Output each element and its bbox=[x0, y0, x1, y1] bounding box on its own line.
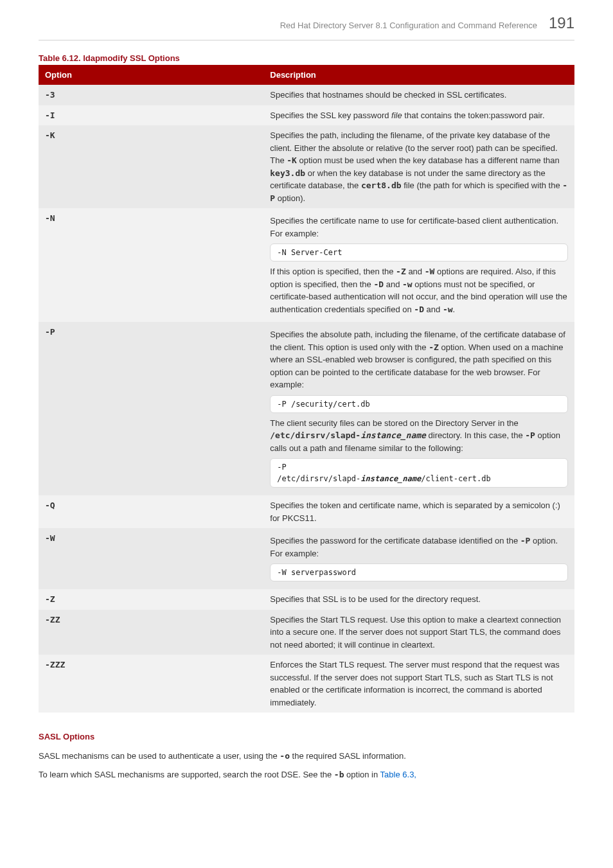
inline-code-italic: instance_name bbox=[360, 430, 426, 440]
table-6-3-link[interactable]: Table 6.3, bbox=[380, 770, 416, 779]
code-text: /client-cert.db bbox=[421, 474, 490, 483]
inline-code: -w bbox=[443, 305, 453, 314]
sasl-heading: SASL Options bbox=[39, 731, 574, 743]
option-cell: -I bbox=[39, 105, 263, 126]
option-cell: -N bbox=[39, 208, 263, 322]
description-cell: Specifies the Start TLS request. Use thi… bbox=[263, 610, 574, 655]
option-cell: -K bbox=[39, 125, 263, 208]
col-description: Description bbox=[263, 65, 574, 85]
desc-text: Specifies the certificate name to use fo… bbox=[270, 215, 568, 240]
inline-code: -P bbox=[525, 430, 535, 440]
desc-text: and bbox=[424, 305, 443, 314]
code-example: -P /etc/dirsrv/slapd-instance_name/clien… bbox=[270, 458, 568, 488]
description-cell: Specifies the certificate name to use fo… bbox=[263, 208, 574, 322]
page-number: 191 bbox=[549, 12, 574, 35]
header-title: Red Hat Directory Server 8.1 Configurati… bbox=[280, 19, 537, 32]
description-cell: Specifies the token and certificate name… bbox=[263, 495, 574, 528]
desc-para: If this option is specified, then the -Z… bbox=[270, 265, 568, 315]
table-row: -P Specifies the absolute path, includin… bbox=[39, 322, 574, 495]
inline-code-text: /etc/dirsrv/slapd- bbox=[270, 430, 360, 440]
table-row: -Q Specifies the token and certificate n… bbox=[39, 495, 574, 528]
desc-text: Specifies the SSL key password bbox=[270, 111, 391, 120]
option-cell: -3 bbox=[39, 85, 263, 105]
body-text: the required SASL information. bbox=[290, 751, 406, 761]
table-row: -3 Specifies that hostnames should be ch… bbox=[39, 85, 574, 105]
inline-code: -o bbox=[280, 751, 290, 761]
inline-code: -D bbox=[373, 279, 384, 289]
inline-code: -w bbox=[402, 279, 413, 289]
inline-code: -Z bbox=[429, 342, 439, 352]
table-row: -W Specifies the password for the certif… bbox=[39, 528, 574, 589]
table-caption: Table 6.12. ldapmodify SSL Options bbox=[39, 52, 574, 65]
body-text: option in bbox=[344, 770, 380, 779]
table-row: -K Specifies the path, including the fil… bbox=[39, 125, 574, 208]
desc-text: The client security files can be stored … bbox=[270, 418, 519, 428]
table-row: -Z Specifies that SSL is to be used for … bbox=[39, 589, 574, 610]
description-cell: Enforces the Start TLS request. The serv… bbox=[263, 655, 574, 713]
inline-code: -K bbox=[287, 155, 297, 165]
desc-text: If this option is specified, then the bbox=[270, 267, 396, 276]
inline-code: -W bbox=[425, 267, 435, 276]
description-cell: Specifies the path, including the filena… bbox=[263, 125, 574, 208]
desc-text: Specifies the password for the certifica… bbox=[270, 536, 520, 545]
sasl-paragraph-2: To learn which SASL mechanisms are suppo… bbox=[39, 768, 574, 781]
description-cell: Specifies that hostnames should be check… bbox=[263, 85, 574, 105]
description-cell: Specifies the SSL key password file that… bbox=[263, 105, 574, 126]
code-example: -N Server-Cert bbox=[270, 244, 568, 261]
inline-code: -P bbox=[520, 536, 531, 545]
body-text: To learn which SASL mechanisms are suppo… bbox=[39, 770, 334, 779]
code-example: -W serverpassword bbox=[270, 563, 568, 581]
desc-text: option). bbox=[275, 193, 305, 203]
desc-text: and bbox=[406, 267, 425, 276]
desc-para: The client security files can be stored … bbox=[270, 417, 568, 455]
option-cell: -W bbox=[39, 528, 263, 589]
code-italic: instance_name bbox=[360, 474, 421, 483]
desc-text: and bbox=[384, 279, 402, 289]
code-example: -P /security/cert.db bbox=[270, 395, 568, 413]
inline-code: key3.db bbox=[270, 168, 305, 178]
inline-code: -b bbox=[334, 770, 344, 779]
desc-italic: file bbox=[391, 111, 402, 120]
inline-code: -Z bbox=[396, 267, 406, 276]
desc-text: . bbox=[453, 305, 456, 314]
option-cell: -P bbox=[39, 322, 263, 495]
code-text: -P /etc/dirsrv/slapd- bbox=[277, 463, 360, 483]
inline-code: /etc/dirsrv/slapd-instance_name bbox=[270, 430, 426, 440]
table-row: -ZZZ Enforces the Start TLS request. The… bbox=[39, 655, 574, 713]
desc-para: Specifies the absolute path, including t… bbox=[270, 328, 568, 391]
ssl-options-table: Option Description -3 Specifies that hos… bbox=[39, 65, 574, 713]
table-row: -ZZ Specifies the Start TLS request. Use… bbox=[39, 610, 574, 655]
description-cell: Specifies the password for the certifica… bbox=[263, 528, 574, 589]
body-text: SASL mechanisms can be used to authentic… bbox=[39, 751, 280, 761]
desc-text: file (the path for which is specified wi… bbox=[402, 181, 563, 190]
description-cell: Specifies the absolute path, including t… bbox=[263, 322, 574, 495]
page-header: Red Hat Directory Server 8.1 Configurati… bbox=[39, 0, 574, 40]
col-option: Option bbox=[39, 65, 263, 85]
description-cell: Specifies that SSL is to be used for the… bbox=[263, 589, 574, 610]
desc-para: Specifies the password for the certifica… bbox=[270, 535, 568, 560]
option-cell: -Q bbox=[39, 495, 263, 528]
inline-code: cert8.db bbox=[361, 181, 402, 190]
sasl-paragraph-1: SASL mechanisms can be used to authentic… bbox=[39, 750, 574, 763]
table-row: -I Specifies the SSL key password file t… bbox=[39, 105, 574, 126]
table-row: -N Specifies the certificate name to use… bbox=[39, 208, 574, 322]
option-cell: -ZZ bbox=[39, 610, 263, 655]
option-cell: -ZZZ bbox=[39, 655, 263, 713]
inline-code: -D bbox=[414, 305, 424, 314]
option-cell: -Z bbox=[39, 589, 263, 610]
desc-text: that contains the token:password pair. bbox=[402, 111, 545, 120]
desc-text: directory. In this case, the bbox=[426, 430, 525, 440]
desc-text: option must be used when the key databas… bbox=[297, 155, 560, 165]
